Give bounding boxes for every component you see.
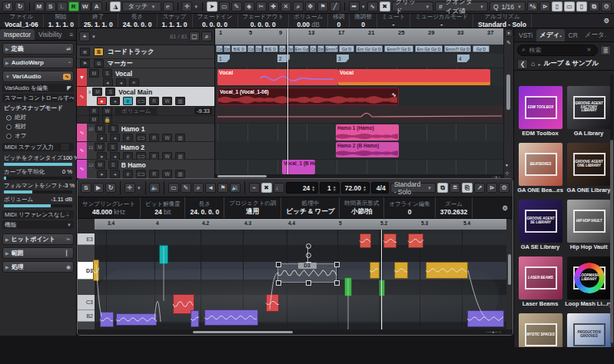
note-segment[interactable]	[394, 262, 408, 279]
zoom-tool-icon[interactable]: ⌕	[293, 2, 304, 12]
h-scroll-thumb[interactable]	[217, 175, 267, 177]
track-visibility-icon[interactable]: ▢	[189, 31, 200, 41]
piano-key-b2[interactable]: B2	[78, 310, 95, 322]
note-segment[interactable]	[426, 262, 468, 279]
independence-icon[interactable]: ⎘	[462, 183, 473, 193]
chord-chip[interactable]: D♯	[317, 45, 324, 52]
pitch-snap-option[interactable]: 絶対	[6, 114, 70, 121]
split-tool-icon[interactable]: ✂	[256, 2, 267, 12]
editor-snap-button[interactable]: ✖	[261, 183, 272, 193]
editor-hscrollbar[interactable]: −—●—＋	[78, 329, 513, 335]
event-vocal1-audio[interactable]: Vocal_1 (Vocal_1-06) ∿	[217, 88, 399, 105]
redo-button[interactable]: ↻	[15, 2, 25, 12]
infoline-cell[interactable]: 処理中ピッチ & ワープ	[281, 197, 340, 218]
smart-control-handle[interactable]	[306, 280, 311, 286]
infoline-cell[interactable]: 長さ24. 0. 0. 0	[118, 14, 158, 28]
window-layout-button[interactable]: ⧉	[589, 2, 599, 12]
section-definition[interactable]: ▶定義⇌	[2, 43, 74, 55]
media-back-button[interactable]: ❮	[517, 59, 528, 69]
automation-a-button[interactable]: A	[91, 2, 102, 12]
infoline-cell[interactable]: 微調整0	[350, 14, 377, 28]
automation-mode-dropdown[interactable]: タッチ▼	[122, 2, 161, 12]
quantize-note-icon[interactable]: ♩	[274, 183, 284, 193]
infoline-cell[interactable]: ズーム370.2632	[436, 197, 473, 218]
chord-chip[interactable]: C♯	[216, 45, 223, 52]
note-segment[interactable]	[266, 294, 279, 312]
infoline-cell[interactable]: アルゴリズムStandard - Solo	[473, 14, 532, 28]
infoline-cell[interactable]: フェードアウト0. 0. 0. 0	[238, 14, 290, 28]
line-tool-icon[interactable]: ╱	[330, 2, 340, 12]
section-variaudio[interactable]: ▼VariAudio∿	[2, 71, 74, 82]
inspector-menu-icon[interactable]: ≡	[66, 29, 78, 40]
chord-chip[interactable]: D♯	[255, 45, 262, 52]
pitch-snap-option[interactable]: 相対	[6, 123, 70, 131]
infoline-cell[interactable]: 開始1. 1. 1. 0	[44, 14, 79, 28]
editor-setup-gear-icon[interactable]: ⚙	[499, 183, 509, 193]
media-search-input[interactable]	[527, 46, 584, 55]
section-audiowarp[interactable]: ▶AudioWarp◔	[2, 57, 74, 68]
marker-flag[interactable]: 1	[217, 55, 230, 62]
editor-ruler[interactable]: 3.444.24.34.455.25.35.4	[95, 219, 506, 230]
event-hamo1[interactable]: Hamo 1 (Hamo)	[336, 124, 399, 141]
zoom-v-slider[interactable]: ⊹	[505, 170, 509, 177]
event-vocal-2[interactable]: Vocal	[338, 69, 490, 85]
infoline-cell[interactable]: サンプリングレート48.000 kHz	[78, 197, 141, 218]
note-segment[interactable]	[370, 262, 380, 279]
piano-key-d3[interactable]: D3	[78, 262, 95, 280]
track-row-vocal[interactable]: ▼ MSVocal ●◂≡	[77, 68, 214, 87]
chord-chip[interactable]: Em G♯ G♯ D	[356, 45, 383, 52]
editor-swing-value[interactable]: 1▲▼	[320, 182, 339, 194]
chord-chip[interactable]: Em G♯	[294, 45, 309, 52]
chord-chip[interactable]: Emin7	[325, 45, 338, 52]
tab-inspector[interactable]: Inspector	[0, 29, 35, 40]
editor-scrub-tool-icon[interactable]: ◄	[205, 183, 216, 193]
functions-dropdown[interactable]: 機能▼	[2, 220, 74, 229]
note-segment[interactable]	[344, 277, 352, 296]
home-icon[interactable]: ⌂	[531, 60, 535, 68]
autoscroll-button[interactable]: ➦	[349, 2, 360, 12]
toolbar-setup-gear-icon[interactable]: ⚙	[601, 2, 612, 12]
infoline-cell[interactable]: オフライン編集0	[384, 197, 435, 218]
infoline-cell[interactable]: 移調0	[328, 14, 350, 28]
quantize-value-dropdown[interactable]: Q1/16▼	[490, 2, 526, 12]
marker-track-row[interactable]: ⚑⧉マーカー	[77, 59, 214, 68]
editor-volume-tool-icon[interactable]: 🔉	[230, 183, 241, 193]
note-segment[interactable]	[383, 233, 397, 248]
piano-key-e3[interactable]: E3	[78, 233, 95, 245]
marker-flag[interactable]: 3	[337, 55, 349, 62]
smart-control-handle[interactable]	[334, 280, 340, 286]
note-segment[interactable]	[360, 233, 371, 248]
chord-chip[interactable]: G♯ D	[339, 45, 354, 52]
pencil-icon[interactable]: ✎	[504, 40, 513, 46]
tab-visibility[interactable]: Visibility	[35, 29, 66, 40]
timeline-ruler[interactable]: 15913172125293337	[215, 28, 504, 45]
infoline-cell[interactable]: フェードイン0. 0. 0. 0	[193, 14, 238, 28]
freeze-button[interactable]: ⊂⊃	[136, 97, 146, 105]
infoline-gear[interactable]: ⚙	[497, 197, 513, 218]
piano-key[interactable]	[78, 280, 95, 296]
chord-chip[interactable]: C♯	[247, 45, 254, 52]
infoline-cell[interactable]: ファイルVocal_1-06	[0, 14, 44, 28]
clear-search-icon[interactable]: ✕	[586, 47, 591, 53]
infoline-cell[interactable]: 時間表示形式小節/拍	[340, 197, 384, 218]
chord-chip[interactable]: D♯	[224, 45, 231, 52]
piano-key-c3[interactable]: C3	[78, 295, 95, 310]
read-automation-button[interactable]: R	[149, 97, 159, 105]
automation-w-button[interactable]: W	[80, 2, 91, 12]
note-segment[interactable]	[204, 309, 258, 326]
media-tile[interactable]: GROOVE AGENT ONE LIBRARY	[567, 143, 611, 186]
edit-variaudio-button[interactable]: VariAudio を編集◤	[2, 84, 74, 92]
infoline-cell[interactable]: プロジェクトの調適用	[224, 197, 281, 218]
track-row-hamo1[interactable]: ∿ 10MSHamo 1 ●◂e⊂⊃RW▥	[77, 124, 214, 142]
param-slider[interactable]	[4, 163, 72, 166]
automation-l-button[interactable]: L	[57, 2, 68, 12]
media-tile[interactable]: EDM TOOLBOX	[519, 86, 563, 129]
zoom-preset-icon[interactable]: ▼	[505, 163, 509, 167]
note-segment[interactable]	[379, 280, 385, 296]
param-slider[interactable]	[4, 177, 72, 180]
infoline-cell[interactable]: 終了25. 1. 1. 0	[79, 14, 118, 28]
snap-on-off-button[interactable]: ✖	[380, 2, 390, 12]
tab-[interactable]: メディ.	[536, 29, 564, 41]
midi-reference-row[interactable]: MIDI リファレンスなし–	[2, 210, 74, 219]
snap-type-dropdown[interactable]: グリッド▼	[392, 2, 433, 12]
